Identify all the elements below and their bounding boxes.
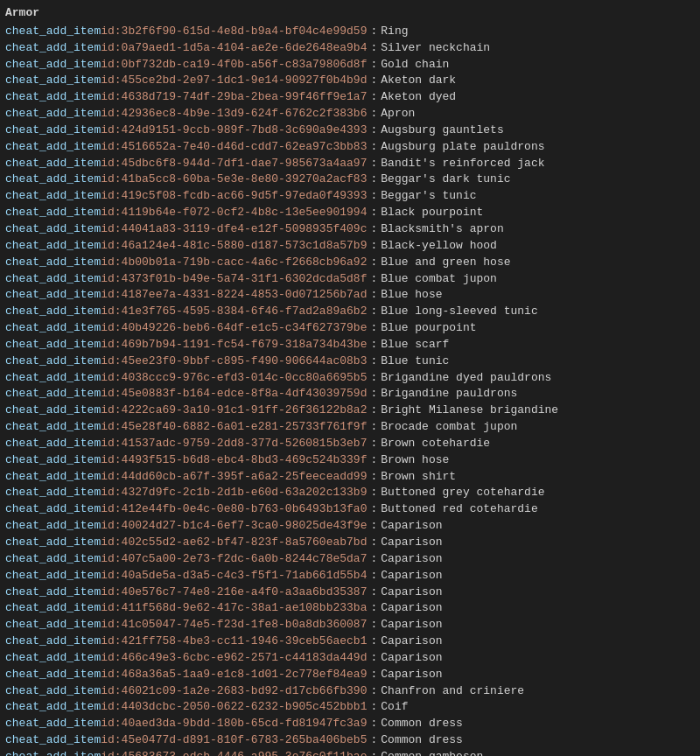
table-row: cheat_add_item id:45683673-edcb-4446-a99…: [5, 749, 695, 756]
table-row: cheat_add_item id:44041a83-3119-dfe4-e12…: [5, 221, 695, 238]
cheat-command: cheat_add_item: [5, 304, 101, 320]
item-id: id:0a79aed1-1d5a-4104-ae2e-6de2648ea9b4: [101, 40, 367, 57]
cheat-command: cheat_add_item: [5, 205, 101, 221]
table-row: cheat_add_item id:45e0883f-b164-edce-8f8…: [5, 386, 695, 402]
item-id: id:412e44fb-0e4c-0e80-b763-0b6493b13fa0: [101, 501, 367, 518]
separator: :: [370, 40, 377, 57]
item-name: Augsburg plate pauldrons: [381, 139, 544, 156]
table-row: cheat_add_item id:40a5de5a-d3a5-c4c3-f5f…: [5, 568, 695, 584]
separator: :: [370, 122, 377, 139]
separator: :: [370, 156, 377, 172]
separator: :: [370, 24, 377, 40]
cheat-command: cheat_add_item: [5, 600, 101, 617]
separator: :: [370, 667, 377, 683]
item-id: id:421ff758-4be3-cc11-1946-39ceb56aecb1: [101, 634, 367, 650]
table-row: cheat_add_item id:45dbc6f8-944d-7df1-dae…: [5, 156, 695, 172]
cheat-command: cheat_add_item: [5, 568, 101, 584]
item-name: Buttoned grey cotehardie: [381, 485, 544, 501]
table-row: cheat_add_item id:40aed3da-9bdd-180b-65c…: [5, 716, 695, 732]
table-row: cheat_add_item id:4222ca69-3a10-91c1-91f…: [5, 402, 695, 419]
item-id: id:4638d719-74df-29ba-2bea-99f46ff9e1a7: [101, 89, 367, 106]
item-id: id:3b2f6f90-615d-4e8d-b9a4-bf04c4e99d59: [101, 24, 367, 40]
separator: :: [370, 287, 377, 304]
item-name: Gold chain: [381, 57, 449, 74]
separator: :: [370, 255, 377, 271]
item-name: Blue scarf: [381, 337, 449, 354]
item-name: Caparison: [381, 584, 442, 601]
item-id: id:4187ee7a-4331-8224-4853-0d071256b7ad: [101, 287, 367, 304]
separator: :: [370, 57, 377, 74]
item-name: Brown shirt: [381, 469, 456, 486]
item-name: Black-yellow hood: [381, 238, 497, 255]
item-name: Chanfron and criniere: [381, 683, 524, 700]
cheat-command: cheat_add_item: [5, 716, 101, 732]
item-name: Caparison: [381, 600, 442, 617]
console-output: Armor cheat_add_item id:3b2f6f90-615d-4e…: [0, 0, 700, 756]
separator: :: [370, 436, 377, 452]
item-id: id:4327d9fc-2c1b-2d1b-e60d-63a202c133b9: [101, 485, 367, 501]
separator: :: [370, 106, 377, 122]
item-id: id:469b7b94-1191-fc54-f679-318a734b43be: [101, 337, 367, 354]
item-id: id:466c49e3-6cbc-e962-2571-c44183da449d: [101, 650, 367, 667]
table-row: cheat_add_item id:46a124e4-481c-5880-d18…: [5, 238, 695, 255]
item-id: id:46021c09-1a2e-2683-bd92-d17cb66fb390: [101, 683, 367, 700]
item-name: Blue combat jupon: [381, 271, 497, 288]
item-name: Blue hose: [381, 287, 442, 304]
cheat-command: cheat_add_item: [5, 271, 101, 288]
separator: :: [370, 238, 377, 255]
table-row: cheat_add_item id:40b49226-beb6-64df-e1c…: [5, 320, 695, 337]
item-id: id:41e3f765-4595-8384-6f46-f7ad2a89a6b2: [101, 304, 367, 320]
item-name: Black pourpoint: [381, 205, 483, 221]
cheat-command: cheat_add_item: [5, 667, 101, 683]
cheat-command: cheat_add_item: [5, 732, 101, 749]
item-name: Aketon dyed: [381, 89, 456, 106]
cheat-command: cheat_add_item: [5, 634, 101, 650]
separator: :: [370, 683, 377, 700]
item-name: Caparison: [381, 650, 442, 667]
cheat-command: cheat_add_item: [5, 221, 101, 238]
item-name: Common gambeson: [381, 749, 483, 756]
separator: :: [370, 89, 377, 106]
table-row: cheat_add_item id:0a79aed1-1d5a-4104-ae2…: [5, 40, 695, 57]
item-name: Bright Milanese brigandine: [381, 402, 558, 419]
table-row: cheat_add_item id:4187ee7a-4331-8224-485…: [5, 287, 695, 304]
separator: :: [370, 584, 377, 601]
item-id: id:45e0883f-b164-edce-8f8a-4df43039759d: [101, 386, 367, 402]
separator: :: [370, 73, 377, 89]
table-row: cheat_add_item id:4493f515-b6d8-ebc4-8bd…: [5, 452, 695, 469]
item-id: id:41c05047-74e5-f23d-1fe8-b0a8db360087: [101, 617, 367, 634]
item-name: Bandit's reinforced jack: [381, 156, 544, 172]
cheat-command: cheat_add_item: [5, 551, 101, 568]
item-name: Caparison: [381, 518, 442, 535]
cheat-command: cheat_add_item: [5, 122, 101, 139]
item-name: Caparison: [381, 535, 442, 551]
cheat-command: cheat_add_item: [5, 73, 101, 89]
cheat-command: cheat_add_item: [5, 24, 101, 40]
item-name: Buttoned red cotehardie: [381, 501, 537, 518]
item-name: Caparison: [381, 551, 442, 568]
item-id: id:45683673-edcb-4446-a995-3e76c0f11bae: [101, 749, 367, 756]
table-row: cheat_add_item id:0bf732db-ca19-4f0b-a56…: [5, 57, 695, 74]
table-row: cheat_add_item id:41ba5cc8-60ba-5e3e-8e8…: [5, 172, 695, 188]
cheat-command: cheat_add_item: [5, 57, 101, 74]
item-name: Brigandine pauldrons: [381, 386, 517, 402]
item-id: id:40a5de5a-d3a5-c4c3-f5f1-71ab661d55b4: [101, 568, 367, 584]
item-name: Caparison: [381, 634, 442, 650]
separator: :: [370, 172, 377, 188]
item-id: id:455ce2bd-2e97-1dc1-9e14-90927f0b4b9d: [101, 73, 367, 89]
table-row: cheat_add_item id:469b7b94-1191-fc54-f67…: [5, 337, 695, 354]
table-row: cheat_add_item id:421ff758-4be3-cc11-194…: [5, 634, 695, 650]
table-row: cheat_add_item id:41e3f765-4595-8384-6f4…: [5, 304, 695, 320]
cheat-command: cheat_add_item: [5, 320, 101, 337]
table-row: cheat_add_item id:41537adc-9759-2dd8-377…: [5, 436, 695, 452]
table-row: cheat_add_item id:40e576c7-74e8-216e-a4f…: [5, 584, 695, 601]
separator: :: [370, 188, 377, 205]
table-row: cheat_add_item id:45ee23f0-9bbf-c895-f49…: [5, 354, 695, 370]
item-id: id:40024d27-b1c4-6ef7-3ca0-98025de43f9e: [101, 518, 367, 535]
item-name: Brown hose: [381, 452, 449, 469]
item-id: id:42936ec8-4b9e-13d9-624f-6762c2f383b6: [101, 106, 367, 122]
item-id: id:424d9151-9ccb-989f-7bd8-3c690a9e4393: [101, 122, 367, 139]
cheat-command: cheat_add_item: [5, 89, 101, 106]
table-row: cheat_add_item id:411f568d-9e62-417c-38a…: [5, 600, 695, 617]
table-row: cheat_add_item id:3b2f6f90-615d-4e8d-b9a…: [5, 24, 695, 40]
